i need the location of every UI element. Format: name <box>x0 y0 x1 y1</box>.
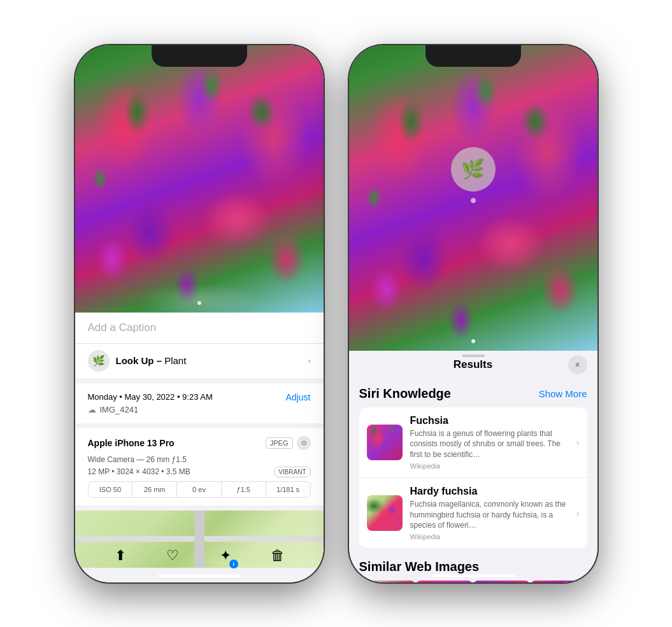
fuchsia-chevron: › <box>576 437 580 447</box>
siri-knowledge-section: Siri Knowledge Show More Fuchsia Fuchsia… <box>349 379 597 553</box>
caption-placeholder[interactable]: Add a Caption <box>88 321 157 334</box>
flower-photo-right[interactable]: 🌿 <box>349 45 597 351</box>
exif-ev: 0 ev <box>177 482 222 497</box>
lookup-row[interactable]: 🌿 Look Up – Plant › <box>75 343 324 378</box>
hardy-desc: Fuchsia magellanica, commonly known as t… <box>410 499 566 531</box>
results-header: Results × <box>349 351 597 379</box>
toolbar: ⬆ ♡ ✦ i 🗑 <box>75 542 324 570</box>
siri-knowledge-title: Siri Knowledge <box>359 386 451 401</box>
exif-focal: 26 mm <box>132 482 177 497</box>
fuchsia-content: Fuchsia Fuchsia is a genus of flowering … <box>410 415 566 470</box>
caption-area[interactable]: Add a Caption <box>75 313 324 343</box>
meta-section: Monday • May 30, 2022 • 9:23 AM Adjust ☁… <box>75 383 324 423</box>
photo-dot <box>197 301 201 305</box>
exif-shutter: 1/181 s <box>266 482 310 497</box>
fuchsia-thumbnail <box>367 425 403 460</box>
results-close-button[interactable]: × <box>568 355 587 374</box>
similar-image-4[interactable] <box>531 581 587 582</box>
home-indicator-right[interactable] <box>432 574 515 577</box>
meta-date-row: Monday • May 30, 2022 • 9:23 AM Adjust <box>88 392 311 402</box>
drag-handle[interactable] <box>462 355 485 357</box>
hardy-content: Hardy fuchsia Fuchsia magellanica, commo… <box>410 486 566 540</box>
hardy-thumbnail <box>367 495 403 531</box>
flower-photo-left[interactable] <box>75 45 324 313</box>
fuchsia-source: Wikipedia <box>410 462 566 470</box>
format-badge: JPEG <box>266 437 293 449</box>
trash-icon: 🗑 <box>271 547 285 564</box>
home-indicator[interactable] <box>158 574 241 577</box>
camera-lens: Wide Camera — 26 mm ƒ1.5 <box>88 455 311 464</box>
camera-model: Apple iPhone 13 Pro <box>88 438 175 448</box>
similar-image-1[interactable] <box>359 581 415 582</box>
exif-row: ISO 50 26 mm 0 ev ƒ1.5 1/181 s <box>88 481 311 498</box>
similar-title: Similar Web Images <box>359 560 587 574</box>
share-button[interactable]: ⬆ <box>106 542 134 570</box>
similar-section: Similar Web Images <box>349 552 597 582</box>
exif-aperture: ƒ1.5 <box>222 482 266 497</box>
adjust-button[interactable]: Adjust <box>286 392 311 402</box>
fuchsia-name: Fuchsia <box>410 415 566 426</box>
knowledge-card: Fuchsia Fuchsia is a genus of flowering … <box>359 407 587 549</box>
siri-dot <box>471 198 476 203</box>
heart-icon: ♡ <box>166 547 179 564</box>
siri-circle[interactable]: 🌿 <box>451 147 496 192</box>
close-icon: × <box>575 360 580 370</box>
camera-header: Apple iPhone 13 Pro JPEG ⊙ <box>88 436 311 450</box>
exif-iso: ISO 50 <box>89 482 133 497</box>
similar-image-3[interactable] <box>474 581 529 582</box>
knowledge-item-fuchsia[interactable]: Fuchsia Fuchsia is a genus of flowering … <box>359 407 587 478</box>
share-icon: ⬆ <box>115 547 126 564</box>
camera-badges: JPEG ⊙ <box>266 436 311 450</box>
siri-leaf-icon: 🌿 <box>461 158 485 180</box>
plant-lookup-icon: 🌿 <box>88 350 110 372</box>
show-more-button[interactable]: Show More <box>539 388 587 399</box>
heart-button[interactable]: ♡ <box>159 542 187 570</box>
style-badge: VIBRANT <box>274 467 310 477</box>
hardy-source: Wikipedia <box>410 533 566 540</box>
results-title: Results <box>454 358 492 371</box>
results-panel: Results × Siri Knowledge Show More <box>349 351 597 582</box>
photo-date: Monday • May 30, 2022 • 9:23 AM <box>88 392 213 402</box>
camera-settings-icon[interactable]: ⊙ <box>297 436 311 450</box>
info-button[interactable]: ✦ i <box>211 542 239 570</box>
similar-image-2[interactable] <box>417 581 472 582</box>
lookup-chevron: › <box>308 356 310 365</box>
camera-specs-row: 12 MP • 3024 × 4032 • 3.5 MB VIBRANT <box>88 467 311 477</box>
hardy-name: Hardy fuchsia <box>410 486 566 497</box>
right-phone: 🌿 Results × Siri Knowledge Show More <box>349 45 597 582</box>
filename-row: ☁ IMG_4241 <box>88 405 311 414</box>
filename: IMG_4241 <box>100 405 139 414</box>
trash-button[interactable]: 🗑 <box>264 542 292 570</box>
knowledge-item-hardy[interactable]: Hardy fuchsia Fuchsia magellanica, commo… <box>359 478 587 548</box>
camera-specs: 12 MP • 3024 × 4032 • 3.5 MB <box>88 467 190 476</box>
cloud-icon: ☁ <box>88 405 96 414</box>
similar-images-row <box>359 581 587 582</box>
lookup-label: Look Up – Plant <box>116 355 187 366</box>
hardy-chevron: › <box>576 508 580 518</box>
fuchsia-desc: Fuchsia is a genus of flowering plants t… <box>410 428 566 460</box>
info-badge: i <box>229 560 238 568</box>
siri-knowledge-header: Siri Knowledge Show More <box>359 386 587 401</box>
photo-dot-right <box>471 339 475 343</box>
left-phone: Add a Caption 🌿 Look Up – Plant › Monday… <box>75 45 324 582</box>
notch-right <box>425 45 521 67</box>
leaf-icon: 🌿 <box>92 355 105 367</box>
notch <box>152 45 247 67</box>
camera-section: Apple iPhone 13 Pro JPEG ⊙ Wide Camera —… <box>75 428 324 505</box>
